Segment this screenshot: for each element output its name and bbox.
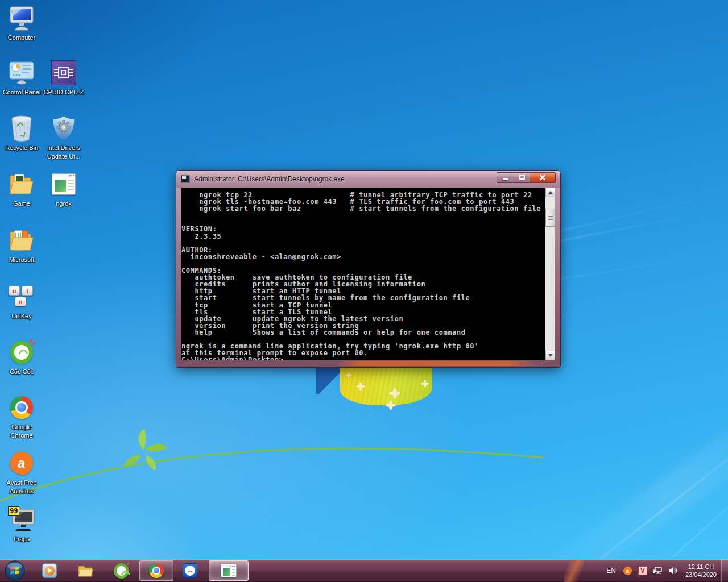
console-scrollbar[interactable]: [545, 188, 555, 360]
wallpaper-flower: [389, 388, 400, 399]
wallpaper-light-streak: [523, 372, 728, 559]
desktop-icon-label: Game: [0, 199, 43, 208]
wallpaper-flower: [356, 382, 365, 391]
fraps-badge: 99: [8, 506, 19, 516]
ngrok-app-icon: [221, 564, 237, 577]
scroll-up-button[interactable]: [545, 188, 555, 197]
system-tray: EN a V 12:11 CH 23/04/2020: [605, 559, 719, 582]
coccoc-icon: [8, 339, 35, 366]
media-player-icon: [42, 563, 57, 578]
taskbar-button-teamviewer[interactable]: ↔: [177, 560, 202, 581]
desktop-icon-control-panel[interactable]: Control Panel: [0, 59, 43, 97]
desktop-icon-chrome[interactable]: Google Chrome: [0, 394, 43, 440]
desktop-icon-label: Microsoft: [0, 256, 43, 264]
wallpaper-flower: [346, 372, 351, 378]
desktop-icon-label: Computer: [0, 34, 43, 42]
chrome-icon: [149, 563, 164, 578]
desktop-icon-label: Cốc Cốc: [0, 368, 43, 376]
coccoc-icon: [114, 563, 129, 579]
desktop-icon-ngrok[interactable]: ngrok: [42, 171, 85, 208]
fraps-icon: 99: [8, 506, 35, 533]
taskbar: ↔ EN a V: [0, 559, 728, 582]
desktop-icon-unikey[interactable]: u i n UniKey: [0, 283, 43, 321]
scrollbar-thumb[interactable]: [545, 209, 555, 227]
minimize-button[interactable]: [497, 172, 514, 183]
unikey-icon: u i n: [8, 283, 35, 310]
game-folder-icon: [8, 171, 35, 198]
teamviewer-icon: ↔: [183, 563, 197, 578]
desktop-wallpaper: Computer Control Panel CPUID CPU-Z: [0, 0, 728, 559]
wallpaper-flower: [421, 380, 429, 388]
desktop-icon-label: CPUID CPU-Z: [42, 88, 85, 97]
computer-icon: [8, 5, 35, 32]
ngrok-app-icon: [50, 171, 77, 198]
desktop-icon-label: Avast Free Antivirus: [0, 479, 43, 496]
desktop-icon-game[interactable]: Game: [0, 171, 43, 208]
unikey-key-i: i: [22, 286, 33, 296]
desktop-icon-label: ngrok: [42, 199, 85, 208]
desktop-icon-label: Google Chrome: [0, 423, 43, 440]
network-icon[interactable]: [652, 566, 663, 576]
desktop-icon-avast[interactable]: a Avast Free Antivirus: [0, 450, 43, 496]
console-output-area[interactable]: ngrok tcp 22 # tunnel arbitrary TCP traf…: [181, 188, 545, 360]
control-panel-icon: [8, 59, 35, 86]
desktop-icon-computer[interactable]: Computer: [0, 5, 43, 42]
taskbar-button-explorer[interactable]: [73, 560, 98, 581]
desktop-icon-intel-drivers[interactable]: Intel Drivers Update Ut...: [42, 115, 85, 161]
desktop-icon-coccoc[interactable]: Cốc Cốc: [0, 339, 43, 376]
taskbar-button-media-player[interactable]: [38, 560, 61, 581]
start-button[interactable]: [5, 560, 25, 581]
console-output: ngrok tcp 22 # tunnel arbitrary TCP traf…: [181, 188, 545, 360]
console-titlebar[interactable]: Administrator: C:\Users\Admin\Desktop\ng…: [176, 171, 560, 188]
wallpaper-grass-pane: [340, 367, 432, 405]
desktop-icon-microsoft[interactable]: Microsoft: [0, 227, 43, 264]
shield-gear-icon: [50, 115, 77, 142]
wallpaper-flower: [386, 400, 396, 410]
desktop-icon-label: Recycle Bin: [0, 144, 43, 152]
console-app-icon: [181, 175, 190, 183]
close-button[interactable]: [530, 172, 556, 183]
show-desktop-button[interactable]: [721, 559, 728, 582]
wallpaper-vine-decoration: [0, 415, 546, 512]
taskbar-button-chrome[interactable]: [139, 560, 173, 581]
taskbar-button-ngrok-console[interactable]: [209, 560, 249, 581]
avast-tray-icon[interactable]: a: [623, 566, 633, 576]
desktop-icon-label: Intel Drivers Update Ut...: [42, 144, 85, 161]
recycle-bin-icon: [8, 115, 35, 142]
unikey-key-n: n: [15, 297, 26, 306]
volume-icon[interactable]: [668, 566, 678, 576]
unikey-key-u: u: [9, 286, 20, 296]
taskbar-glass-reflection: [564, 559, 584, 582]
clock-date: 23/04/2020: [685, 571, 717, 579]
desktop-icon-label: Fraps: [0, 535, 43, 543]
maximize-button[interactable]: [514, 172, 530, 183]
chrome-icon: [8, 394, 35, 421]
avast-icon: a: [8, 450, 35, 477]
desktop-icon-recycle-bin[interactable]: Recycle Bin: [0, 115, 43, 152]
cpuz-icon: [50, 59, 77, 86]
desktop-icon-label: UniKey: [0, 312, 43, 321]
window-title: Administrator: C:\Users\Admin\Desktop\ng…: [194, 175, 345, 183]
microsoft-folder-icon: [8, 227, 35, 254]
desktop-icon-label: Control Panel: [0, 88, 43, 97]
explorer-folder-icon: [77, 564, 93, 577]
taskbar-clock[interactable]: 12:11 CH 23/04/2020: [683, 563, 719, 579]
desktop-icon-cpuz[interactable]: CPUID CPU-Z: [42, 59, 85, 97]
unikey-tray-icon[interactable]: V: [638, 566, 647, 575]
clock-time: 12:11 CH: [685, 563, 717, 571]
taskbar-button-coccoc[interactable]: [108, 560, 134, 581]
scroll-down-button[interactable]: [545, 351, 555, 360]
desktop-icon-fraps[interactable]: 99 Fraps: [0, 506, 43, 543]
language-indicator[interactable]: EN: [605, 564, 618, 577]
console-window: Administrator: C:\Users\Admin\Desktop\ng…: [176, 171, 560, 367]
